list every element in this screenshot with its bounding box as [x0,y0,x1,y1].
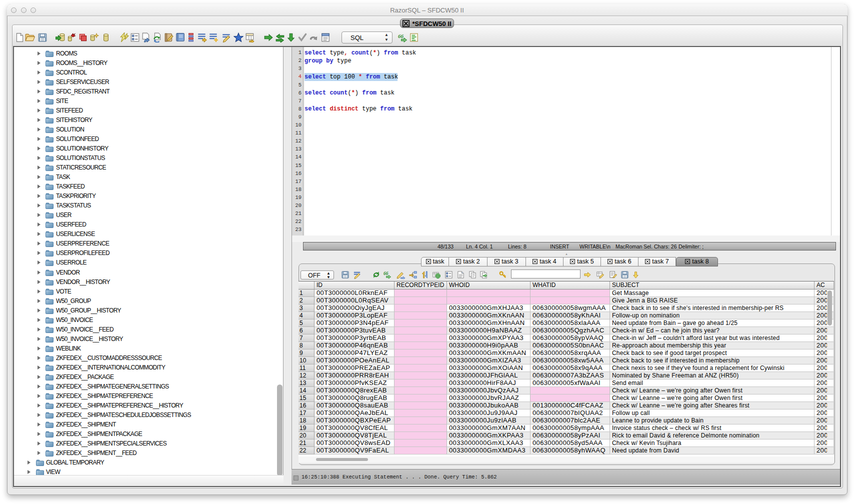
svg-text:66: 66 [398,33,404,39]
svg-text:66: 66 [384,271,388,276]
